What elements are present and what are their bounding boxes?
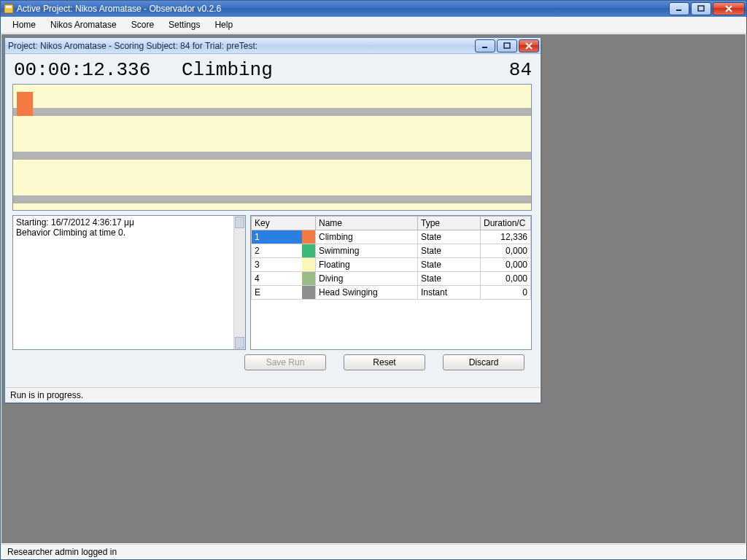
duration-cell: 0,000	[481, 272, 531, 286]
name-cell: Head Swinging	[316, 286, 418, 300]
maximize-button[interactable]	[691, 2, 711, 15]
color-chip	[302, 244, 315, 257]
svg-rect-3	[698, 6, 704, 11]
svg-rect-1	[6, 6, 12, 8]
duration-cell: 0,000	[481, 258, 531, 272]
menu-settings[interactable]: Settings	[163, 18, 206, 31]
timeline-track	[13, 152, 531, 160]
col-name[interactable]: Name	[316, 217, 418, 230]
color-chip	[302, 272, 315, 285]
col-type[interactable]: Type	[418, 217, 481, 230]
svg-rect-9	[504, 43, 510, 48]
name-cell: Floating	[316, 258, 418, 272]
col-key[interactable]: Key	[252, 217, 316, 230]
type-cell: State	[418, 230, 481, 244]
scoring-window-controls	[475, 39, 539, 52]
table-header-row: Key Name Type Duration/C	[252, 217, 531, 230]
button-row: Save Run Reset Discard	[12, 350, 533, 370]
timeline-event-block[interactable]	[17, 92, 33, 116]
reset-button[interactable]: Reset	[344, 354, 425, 370]
behavior-table[interactable]: Key Name Type Duration/C 1ClimbingState1…	[250, 215, 532, 350]
menubar: Home Nikos Aromatase Score Settings Help	[1, 17, 746, 34]
app-icon	[4, 4, 14, 14]
menu-project[interactable]: Nikos Aromatase	[44, 18, 123, 31]
close-button[interactable]	[713, 2, 745, 15]
table-row[interactable]: 1ClimbingState12,336	[252, 230, 531, 244]
outer-window-controls	[669, 2, 745, 15]
scoring-minimize-button[interactable]	[475, 39, 495, 52]
key-cell[interactable]: 1	[252, 230, 316, 244]
scoring-status: Run is in progress.	[6, 387, 540, 402]
log-scrollbar[interactable]	[233, 216, 245, 349]
log-line: Starting: 16/7/2012 4:36:17 μμ	[16, 217, 242, 228]
outer-title-text: Active Project: Nikos Aromatase - Observ…	[17, 4, 669, 14]
key-cell[interactable]: 4	[252, 272, 316, 286]
event-log[interactable]: Starting: 16/7/2012 4:36:17 μμ Behavior …	[12, 215, 246, 350]
col-duration[interactable]: Duration/C	[481, 217, 531, 230]
log-line: Behavior Climbing at time 0.	[16, 228, 242, 238]
table-row[interactable]: 2SwimmingState0,000	[252, 244, 531, 258]
discard-button[interactable]: Discard	[443, 354, 525, 370]
mdi-client-area: Project: Nikos Aromatase - Scoring Subje…	[1, 34, 746, 543]
name-cell: Swimming	[316, 244, 418, 258]
table-row[interactable]: 4DivingState0,000	[252, 272, 531, 286]
color-chip	[302, 286, 315, 299]
scoring-maximize-button[interactable]	[497, 39, 517, 52]
timer-display: 00:00:12.336	[14, 59, 182, 81]
outer-titlebar[interactable]: Active Project: Nikos Aromatase - Observ…	[1, 1, 746, 17]
scoring-title-text: Project: Nikos Aromatase - Scoring Subje…	[8, 41, 475, 51]
timeline-panel[interactable]	[12, 84, 532, 211]
menu-help[interactable]: Help	[209, 18, 239, 31]
duration-cell: 12,336	[481, 230, 531, 244]
scoring-titlebar[interactable]: Project: Nikos Aromatase - Scoring Subje…	[5, 38, 541, 54]
table-row[interactable]: EHead SwingingInstant0	[252, 286, 531, 300]
scoring-close-button[interactable]	[519, 39, 539, 52]
scoring-window: Project: Nikos Aromatase - Scoring Subje…	[4, 37, 541, 403]
timeline-track	[13, 108, 531, 116]
key-cell[interactable]: E	[252, 286, 316, 300]
key-cell[interactable]: 3	[252, 258, 316, 272]
scroll-up-icon[interactable]	[235, 217, 244, 228]
name-cell: Diving	[316, 272, 418, 286]
color-chip	[302, 230, 315, 244]
current-behavior-display: Climbing	[182, 59, 488, 81]
menu-score[interactable]: Score	[125, 18, 160, 31]
type-cell: State	[418, 272, 481, 286]
subject-id-display: 84	[488, 59, 532, 81]
type-cell: State	[418, 258, 481, 272]
key-cell[interactable]: 2	[252, 244, 316, 258]
top-readout: 00:00:12.336 Climbing 84	[12, 58, 533, 84]
type-cell: State	[418, 244, 481, 258]
minimize-button[interactable]	[669, 2, 689, 15]
app-statusbar: Researcher admin logged in	[1, 544, 746, 559]
scroll-down-icon[interactable]	[235, 337, 244, 349]
color-chip	[302, 258, 315, 271]
name-cell: Climbing	[316, 230, 418, 244]
type-cell: Instant	[418, 286, 481, 300]
statusbar-text: Researcher admin logged in	[7, 547, 117, 557]
duration-cell: 0	[481, 286, 531, 300]
menu-home[interactable]: Home	[7, 18, 42, 31]
duration-cell: 0,000	[481, 244, 531, 258]
svg-rect-0	[4, 4, 13, 13]
app-window: Active Project: Nikos Aromatase - Observ…	[0, 0, 747, 560]
scoring-body: 00:00:12.336 Climbing 84 Starting: 16/7/…	[5, 54, 541, 370]
table-row[interactable]: 3FloatingState0,000	[252, 258, 531, 272]
scoring-status-text: Run is in progress.	[10, 390, 83, 400]
save-run-button[interactable]: Save Run	[244, 354, 326, 370]
timeline-track	[13, 195, 531, 203]
